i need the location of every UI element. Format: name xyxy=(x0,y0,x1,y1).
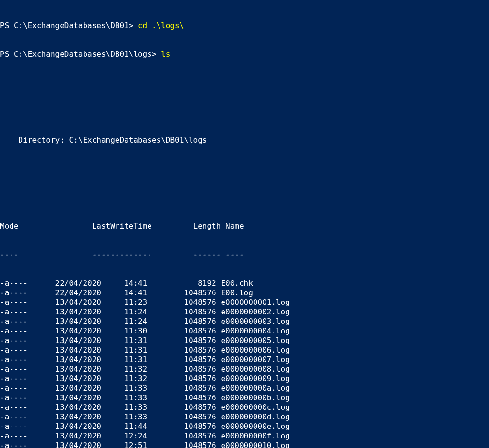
file-listing: -a---- 22/04/2020 14:41 8192 E00.chk-a--… xyxy=(0,279,489,448)
blank-line xyxy=(0,107,489,116)
file-row: -a---- 13/04/2020 12:24 1048576 e0000000… xyxy=(0,431,489,441)
file-row: -a---- 22/04/2020 14:41 8192 E00.chk xyxy=(0,279,489,288)
file-row: -a---- 13/04/2020 11:24 1048576 e0000000… xyxy=(0,307,489,317)
file-row: -a---- 13/04/2020 11:31 1048576 e0000000… xyxy=(0,345,489,355)
file-row: -a---- 13/04/2020 11:44 1048576 e0000000… xyxy=(0,422,489,431)
blank-line xyxy=(0,164,489,174)
file-row: -a---- 13/04/2020 11:31 1048576 e0000000… xyxy=(0,336,489,345)
blank-line xyxy=(0,78,489,88)
column-separator: ---- ------------- ------ ---- xyxy=(0,250,489,260)
command-cd: cd .\logs\ xyxy=(138,21,184,30)
prompt-line-1: PS C:\ExchangeDatabases\DB01> cd .\logs\ xyxy=(0,21,489,31)
file-row: -a---- 13/04/2020 11:30 1048576 e0000000… xyxy=(0,326,489,336)
file-row: -a---- 13/04/2020 12:51 1048576 e0000000… xyxy=(0,441,489,448)
file-row: -a---- 13/04/2020 11:32 1048576 e0000000… xyxy=(0,374,489,384)
column-headers: Mode LastWriteTime Length Name xyxy=(0,221,489,231)
file-row: -a---- 13/04/2020 11:33 1048576 e0000000… xyxy=(0,393,489,403)
file-row: -a---- 13/04/2020 11:33 1048576 e0000000… xyxy=(0,384,489,393)
file-row: -a---- 13/04/2020 11:23 1048576 e0000000… xyxy=(0,298,489,307)
file-row: -a---- 13/04/2020 11:32 1048576 e0000000… xyxy=(0,365,489,374)
prompt-prefix: PS C:\ExchangeDatabases\DB01> xyxy=(0,21,138,30)
blank-line xyxy=(0,193,489,202)
file-row: -a---- 22/04/2020 14:41 1048576 E00.log xyxy=(0,288,489,298)
directory-label: Directory: C:\ExchangeDatabases\DB01\log… xyxy=(0,135,489,145)
prompt-prefix: PS C:\ExchangeDatabases\DB01\logs> xyxy=(0,50,161,59)
file-row: -a---- 13/04/2020 11:24 1048576 e0000000… xyxy=(0,317,489,326)
prompt-line-2: PS C:\ExchangeDatabases\DB01\logs> ls xyxy=(0,50,489,59)
command-ls: ls xyxy=(161,50,170,59)
powershell-terminal[interactable]: PS C:\ExchangeDatabases\DB01> cd .\logs\… xyxy=(0,2,489,448)
file-row: -a---- 13/04/2020 11:33 1048576 e0000000… xyxy=(0,403,489,412)
file-row: -a---- 13/04/2020 11:31 1048576 e0000000… xyxy=(0,355,489,365)
file-row: -a---- 13/04/2020 11:33 1048576 e0000000… xyxy=(0,412,489,422)
